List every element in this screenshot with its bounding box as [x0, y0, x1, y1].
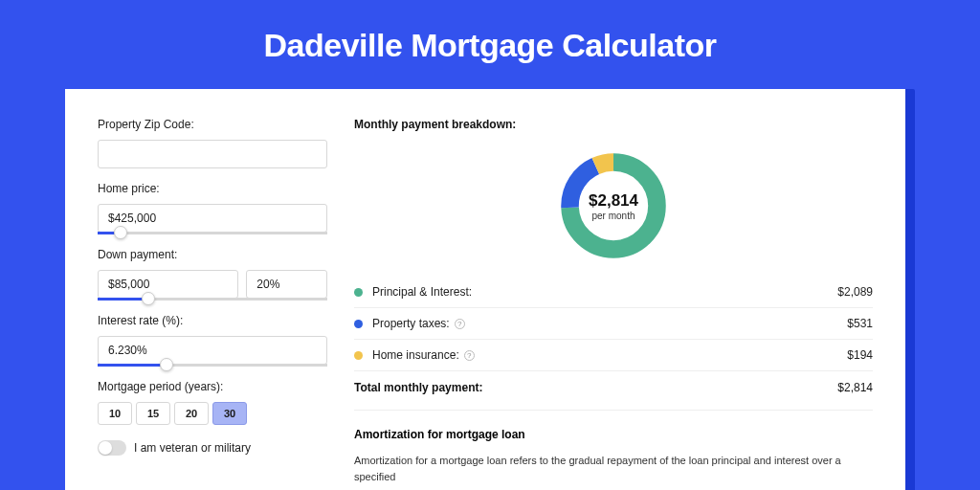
amortization-title: Amortization for mortgage loan [354, 428, 873, 441]
home-price-slider-thumb[interactable] [114, 226, 127, 239]
total-label: Total monthly payment: [354, 381, 837, 394]
home-price-slider[interactable] [98, 232, 327, 234]
veteran-toggle-knob [99, 441, 112, 455]
interest-slider[interactable] [98, 364, 327, 367]
amortization-text: Amortization for a mortgage loan refers … [354, 453, 873, 484]
down-payment-label: Down payment: [98, 248, 327, 261]
calculator-panel: Property Zip Code: Home price: Down paym… [65, 89, 905, 490]
interest-slider-thumb[interactable] [160, 358, 173, 371]
donut-amount: $2,814 [589, 191, 638, 211]
home-price-label: Home price: [98, 182, 327, 195]
donut-sub: per month [589, 211, 638, 221]
panel-shadow: Property Zip Code: Home price: Down paym… [65, 89, 915, 490]
down-payment-field-group: Down payment: [98, 248, 327, 301]
legend-value: $531 [847, 317, 873, 330]
period-label: Mortgage period (years): [98, 380, 327, 393]
interest-input[interactable] [98, 336, 327, 365]
zip-label: Property Zip Code: [98, 118, 327, 131]
amortization-section: Amortization for mortgage loan Amortizat… [354, 410, 873, 484]
down-payment-input[interactable] [98, 270, 238, 299]
veteran-toggle-row: I am veteran or military [98, 440, 327, 456]
legend-row-taxes: Property taxes:?$531 [354, 307, 873, 339]
down-payment-slider-thumb[interactable] [142, 292, 155, 305]
down-payment-slider[interactable] [98, 298, 327, 301]
period-option-15[interactable]: 15 [136, 402, 170, 425]
interest-label: Interest rate (%): [98, 314, 327, 327]
form-column: Property Zip Code: Home price: Down paym… [98, 118, 327, 490]
legend: Principal & Interest:$2,089Property taxe… [354, 277, 873, 370]
legend-value: $2,089 [837, 285, 873, 299]
zip-input[interactable] [98, 140, 327, 168]
legend-label: Principal & Interest: [372, 285, 837, 299]
legend-total-row: Total monthly payment: $2,814 [354, 370, 873, 404]
breakdown-column: Monthly payment breakdown: $2,814 per mo… [354, 118, 873, 490]
legend-label: Property taxes:? [372, 317, 847, 330]
period-option-30[interactable]: 30 [212, 402, 247, 425]
legend-label: Home insurance:? [372, 348, 847, 362]
period-options: 10152030 [98, 402, 327, 425]
legend-value: $194 [847, 348, 873, 362]
donut-chart: $2,814 per month [556, 148, 671, 263]
veteran-label: I am veteran or military [134, 441, 251, 455]
legend-dot-icon [354, 320, 363, 328]
down-payment-pct-input[interactable] [246, 270, 327, 299]
home-price-field-group: Home price: [98, 182, 327, 234]
period-option-20[interactable]: 20 [174, 402, 209, 425]
period-field-group: Mortgage period (years): 10152030 [98, 380, 327, 425]
legend-dot-icon [354, 288, 363, 297]
home-price-input[interactable] [98, 204, 327, 233]
total-value: $2,814 [837, 381, 873, 394]
info-icon[interactable]: ? [455, 319, 465, 329]
legend-dot-icon [354, 351, 363, 360]
donut-center: $2,814 per month [589, 191, 638, 221]
zip-field-group: Property Zip Code: [98, 118, 327, 168]
page-title: Dadeville Mortgage Calculator [0, 0, 980, 89]
legend-row-insurance: Home insurance:?$194 [354, 339, 873, 370]
legend-row-principal: Principal & Interest:$2,089 [354, 277, 873, 307]
donut-wrap: $2,814 per month [354, 143, 873, 277]
breakdown-title: Monthly payment breakdown: [354, 118, 873, 131]
period-option-10[interactable]: 10 [98, 402, 132, 425]
info-icon[interactable]: ? [464, 350, 475, 361]
interest-field-group: Interest rate (%): [98, 314, 327, 367]
veteran-toggle[interactable] [98, 440, 126, 456]
